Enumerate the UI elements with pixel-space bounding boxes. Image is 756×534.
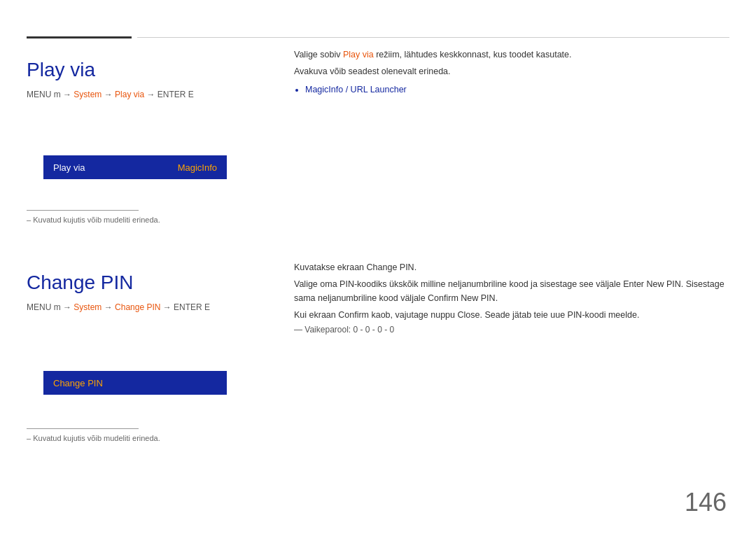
change-pin-menu-prefix: MENU m → xyxy=(27,302,71,312)
change-pin-menu-changepin: Change PIN xyxy=(115,302,160,312)
menu-playvia: Play via xyxy=(115,90,144,99)
change-pin-desc2: Valige oma PIN-koodiks ükskõik milline n… xyxy=(294,277,729,305)
change-pin-screenshot: Change PIN xyxy=(43,371,227,395)
play-via-right: Valige sobiv Play via režiim, lähtudes k… xyxy=(294,48,729,97)
top-line-light xyxy=(137,37,729,38)
play-via-bullet-item: MagicInfo / URL Launcher xyxy=(305,83,729,97)
change-pin-menu-system: System xyxy=(74,302,102,312)
page-container: Play via MENU m → System → Play via → EN… xyxy=(0,0,756,534)
change-pin-desc2-pre: Valige oma PIN-koodiks ükskõik milline n… xyxy=(294,279,623,289)
play-via-note: – Kuvatud kujutis võib mudeliti erineda. xyxy=(27,216,160,224)
change-pin-link3: Confirm New PIN xyxy=(428,293,496,303)
menu-enter: ENTER E xyxy=(158,90,194,99)
change-pin-desc3: Kui ekraan Confirm kaob, vajutage nuppu … xyxy=(294,308,729,322)
change-pin-left: Change PIN MENU m → System → Change PIN … xyxy=(27,260,279,312)
play-via-screenshot-label-left: Play via xyxy=(43,162,178,173)
change-pin-title: Change PIN xyxy=(27,272,279,294)
menu-system: System xyxy=(74,90,102,99)
change-pin-arrow2: → xyxy=(163,302,174,312)
change-pin-arrow1: → xyxy=(104,302,115,312)
change-pin-link4: Close xyxy=(457,310,479,320)
top-lines xyxy=(27,36,729,38)
menu-prefix: MENU m → xyxy=(27,90,71,99)
play-via-bullet-list: MagicInfo / URL Launcher xyxy=(305,83,729,97)
change-pin-default-password: ― Vaikeparool: 0 - 0 - 0 - 0 xyxy=(294,325,729,335)
play-via-desc1: Valige sobiv Play via režiim, lähtudes k… xyxy=(294,48,729,62)
play-via-divider xyxy=(27,210,139,211)
change-pin-desc1-pre: Kuvatakse ekraan xyxy=(294,262,367,272)
play-via-menu-path: MENU m → System → Play via → ENTER E xyxy=(27,90,279,99)
change-pin-menu-enter: ENTER E xyxy=(174,302,210,312)
change-pin-divider xyxy=(27,428,139,429)
change-pin-screenshot-label: Change PIN xyxy=(43,378,227,388)
menu-arrow1: → xyxy=(104,90,115,99)
play-via-left: Play via MENU m → System → Play via → EN… xyxy=(27,48,279,99)
play-via-screenshot-label-right: MagicInfo xyxy=(178,162,227,173)
play-via-desc2: Avakuva võib seadest olenevalt erineda. xyxy=(294,64,729,78)
play-via-screenshot: Play via MagicInfo xyxy=(43,155,227,179)
change-pin-note: – Kuvatud kujutis võib mudeliti erineda. xyxy=(27,434,160,442)
change-pin-link1: Change PIN xyxy=(367,262,414,272)
top-line-dark xyxy=(27,36,132,38)
change-pin-link2: Enter New PIN xyxy=(623,279,681,289)
menu-arrow2: → xyxy=(146,90,157,99)
change-pin-desc3-pre: Kui ekraan Confirm kaob, vajutage nuppu xyxy=(294,310,457,320)
play-via-title: Play via xyxy=(27,59,279,81)
page-number: 146 xyxy=(685,488,727,517)
change-pin-desc1: Kuvatakse ekraan Change PIN. xyxy=(294,260,729,274)
change-pin-right: Kuvatakse ekraan Change PIN. Valige oma … xyxy=(294,260,729,335)
change-pin-desc1-post: . xyxy=(414,262,416,272)
play-via-inline-link: Play via xyxy=(343,50,374,59)
change-pin-desc2-post: . xyxy=(496,293,498,303)
change-pin-menu-path: MENU m → System → Change PIN → ENTER E xyxy=(27,302,279,312)
change-pin-desc3-post: . Seade jätab teie uue PIN-koodi meelde. xyxy=(479,310,639,320)
